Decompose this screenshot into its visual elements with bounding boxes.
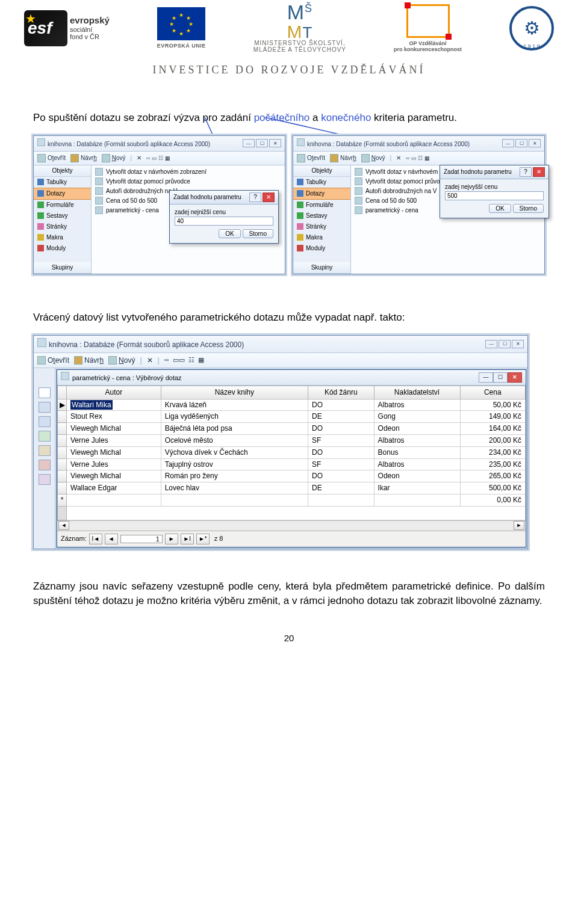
- msmt-line1: MINISTERSTVO ŠKOLSTVÍ,: [253, 40, 346, 46]
- sidebar-item-moduly[interactable]: Moduly: [34, 243, 91, 254]
- table-row-new[interactable]: *0,00 Kč: [58, 494, 526, 506]
- list-item[interactable]: Vytvořit dotaz v návrhovém zobrazení: [95, 167, 281, 177]
- toolbar: Otevřít Návrh Nový |✕ ▫▫ ▭ ☷ ▦: [34, 152, 285, 165]
- list-item[interactable]: Vytvořit dotaz pomocí průvodce: [95, 177, 281, 186]
- objects-sidebar: Objekty Tabulky Dotazy Formuláře Sestavy…: [293, 165, 351, 274]
- page-number: 20: [33, 632, 545, 644]
- design-button[interactable]: Návrh: [70, 154, 97, 162]
- nav-new-icon[interactable]: ►*: [196, 534, 210, 544]
- esf-logo: ★ evropský sociální fond v ČR: [24, 10, 110, 46]
- sidebar-footer: Skupiny: [34, 262, 91, 274]
- window-buttons[interactable]: —☐✕: [485, 340, 524, 348]
- parameter-dialog-max: Zadat hodnotu parametru ?✕ zadej nejvyšš…: [440, 165, 549, 218]
- result-intro-paragraph: Vrácený datový list vytvořeného parametr…: [33, 310, 545, 325]
- close-icon[interactable]: ✕: [533, 167, 545, 177]
- cancel-button[interactable]: Storno: [243, 229, 273, 238]
- col-kod[interactable]: Kód žánru: [308, 386, 374, 399]
- db-icon[interactable]: [39, 431, 51, 442]
- open-button[interactable]: Otevřít: [297, 154, 325, 162]
- dialog-title: Zadat hodnotu parametru: [173, 193, 241, 202]
- record-number-input[interactable]: [120, 535, 163, 543]
- intro-paragraph: Po spuštění dotazu se zobrazí výzva pro …: [33, 111, 545, 125]
- col-nakl[interactable]: Nakladatelství: [374, 386, 460, 399]
- ok-button[interactable]: OK: [219, 229, 240, 238]
- grid-empty-area: [58, 506, 526, 520]
- closing-paragraph: Záznamy jsou navíc seřazeny vzestupně po…: [33, 579, 545, 608]
- table-row[interactable]: Verne JulesTajuplný ostrovSFAlbatros235,…: [58, 458, 526, 470]
- parameter-input[interactable]: [175, 217, 273, 226]
- titlebar: knihovna : Databáze (Formát souborů apli…: [34, 336, 527, 353]
- access-result-window: knihovna : Databáze (Formát souborů apli…: [33, 335, 528, 549]
- dialog-label: zadej nejnižší cenu: [175, 208, 273, 217]
- db-icon[interactable]: [39, 402, 51, 413]
- window-buttons[interactable]: —☐✕: [502, 139, 541, 147]
- design-button[interactable]: Návrh: [74, 356, 104, 366]
- table-row[interactable]: Wallace EdgarLovec hlavDEIkar500,00 Kč: [58, 482, 526, 494]
- sidebar-item-makra[interactable]: Makra: [34, 232, 91, 243]
- parameter-input[interactable]: [445, 191, 544, 200]
- window-buttons[interactable]: —☐✕: [243, 139, 281, 147]
- logo-row: ★ evropský sociální fond v ČR ★★ ★★ ★★ ★…: [12, 3, 566, 53]
- delete-icon[interactable]: ✕: [147, 356, 153, 366]
- table-row[interactable]: Stout RexLiga vyděšenýchDEGong149,00 Kč: [58, 411, 526, 423]
- sidebar-item-dotazy[interactable]: Dotazy: [34, 188, 91, 200]
- nav-next-icon[interactable]: ►: [165, 534, 178, 544]
- horizontal-scrollbar[interactable]: ◄ ►: [57, 520, 526, 531]
- table-row[interactable]: ▶Waltari MikaKrvavá lázeňDOAlbatros50,00…: [58, 399, 526, 411]
- table-row[interactable]: Viewegh MichalBáječná léta pod psaDOOdeo…: [58, 423, 526, 435]
- delete-icon[interactable]: ✕: [137, 154, 141, 162]
- db-icon[interactable]: [39, 387, 51, 398]
- table-row[interactable]: Verne JulesOcelové městoSFAlbatros200,00…: [58, 434, 526, 446]
- db-icon[interactable]: [39, 416, 51, 427]
- titlebar: knihovna : Databáze (Formát souborů apli…: [293, 136, 544, 152]
- view-icons[interactable]: ▫▫ ▭▭ ☷ ▦: [164, 356, 204, 365]
- close-icon[interactable]: ✕: [263, 192, 275, 202]
- open-button[interactable]: Otevřít: [37, 356, 69, 366]
- opv-line1: OP Vzdělávání: [394, 40, 462, 46]
- sidebar-item-stranky[interactable]: Stránky: [34, 221, 91, 232]
- record-navigation: Záznam: I◄ ◄ ► ►I ►* z 8: [57, 531, 526, 547]
- esf-text-2: sociální: [70, 26, 92, 33]
- nav-last-icon[interactable]: ►I: [181, 534, 194, 544]
- toolbar: Otevřít Návrh Nový |✕ | ▫▫ ▭▭ ☷ ▦: [34, 353, 527, 369]
- opv-logo: OP Vzdělávání pro konkurenceschopnost: [394, 4, 462, 52]
- sidebar-item-formulare[interactable]: Formuláře: [34, 200, 91, 211]
- db-icon[interactable]: [39, 460, 51, 470]
- record-label: Záznam:: [61, 534, 87, 543]
- design-button[interactable]: Návrh: [330, 154, 356, 162]
- close-icon: ✕: [508, 372, 522, 383]
- new-button[interactable]: Nový: [102, 154, 126, 162]
- view-icons[interactable]: ▫▫ ▭ ☷ ▦: [146, 155, 170, 162]
- scroll-left-icon: ◄: [58, 521, 69, 530]
- db-icon[interactable]: [39, 445, 51, 456]
- open-button[interactable]: Otevřít: [37, 154, 66, 162]
- new-button[interactable]: Nový: [361, 154, 385, 162]
- sidebar-header: Objekty: [34, 165, 91, 177]
- cancel-button[interactable]: Storno: [513, 204, 544, 213]
- sidebar-item-tabulky[interactable]: Tabulky: [34, 177, 91, 188]
- col-autor[interactable]: Autor: [67, 386, 161, 399]
- help-icon[interactable]: ?: [249, 192, 261, 202]
- ok-button[interactable]: OK: [489, 204, 511, 213]
- access-window-2: knihovna : Databáze (Formát souborů apli…: [293, 135, 545, 274]
- close-icon: ✕: [269, 139, 281, 147]
- subwindow-title: parametrický - cena : Výběrový dotaz: [72, 374, 182, 381]
- objects-sidebar: Objekty Tabulky Dotazy Formuláře Sestavy…: [34, 165, 92, 274]
- col-nazev[interactable]: Název knihy: [161, 386, 308, 399]
- opv-line2: pro konkurenceschopnost: [394, 46, 462, 52]
- window-buttons[interactable]: —☐✕: [479, 372, 522, 383]
- nav-first-icon[interactable]: I◄: [89, 534, 102, 544]
- gear-year: 1 9 1 9: [512, 43, 552, 49]
- sidebar-item-sestavy[interactable]: Sestavy: [34, 211, 91, 221]
- eu-label: EVROPSKÁ UNIE: [157, 43, 206, 49]
- help-icon[interactable]: ?: [520, 167, 532, 177]
- col-cena[interactable]: Cena: [460, 386, 526, 399]
- nav-prev-icon[interactable]: ◄: [105, 534, 118, 544]
- new-button[interactable]: Nový: [108, 356, 135, 366]
- db-icon[interactable]: [39, 474, 51, 485]
- table-row[interactable]: Viewegh MichalRomán pro ženyDOOdeon265,0…: [58, 470, 526, 482]
- table-row[interactable]: Viewegh MichalVýchova dívek v ČecháchDOB…: [58, 446, 526, 458]
- result-table: Autor Název knihy Kód žánru Nakladatelst…: [57, 386, 526, 520]
- record-of-label: z 8: [214, 534, 223, 543]
- parameter-dialog-min: Zadat hodnotu parametru ?✕ zadej nejnižš…: [169, 190, 279, 244]
